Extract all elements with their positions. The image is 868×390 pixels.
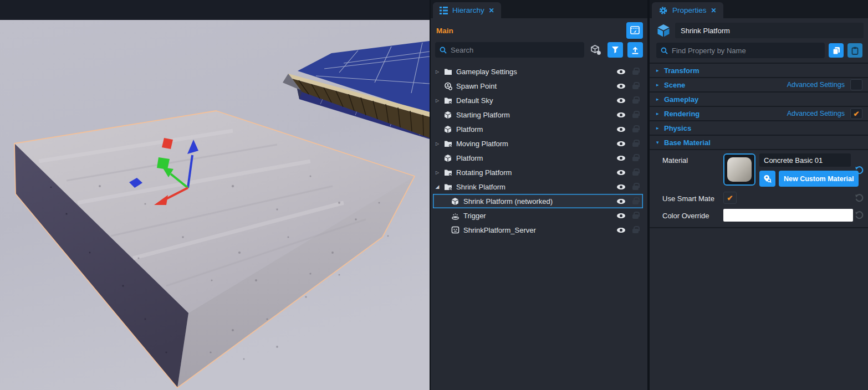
expand-arrow-icon[interactable]: ▷ <box>433 69 442 74</box>
section-gameplay[interactable]: ▸ Gameplay <box>650 91 868 106</box>
use-smart-mate-label: Use Smart Mate <box>662 192 723 203</box>
reset-material-icon[interactable] <box>855 166 864 175</box>
eye-icon[interactable] <box>617 98 625 103</box>
expand-arrow-icon[interactable]: ▷ <box>433 98 442 103</box>
pin-magnifier-icon <box>763 175 772 183</box>
lock-icon[interactable] <box>632 212 640 219</box>
eye-icon[interactable] <box>617 127 625 132</box>
tree-item-label: Shrink Platform <box>454 183 617 191</box>
material-thumbnail[interactable] <box>723 153 755 186</box>
tree-item-label: Spawn Point <box>454 82 617 90</box>
tree-row[interactable]: Platform <box>433 122 643 136</box>
reset-smart-mate-icon[interactable] <box>855 193 864 203</box>
property-search[interactable] <box>656 43 825 58</box>
section-transform[interactable]: ▸ Transform <box>650 63 868 77</box>
tree-row[interactable]: ▷ Default Sky <box>433 93 643 107</box>
reset-color-override-icon[interactable] <box>855 211 864 220</box>
advanced-settings-label: Advanced Settings <box>787 110 845 117</box>
lock-icon[interactable] <box>632 183 640 191</box>
section-arrow-icon: ▸ <box>656 96 664 102</box>
tree-row[interactable]: Platform <box>433 151 643 165</box>
folder-asset-icon <box>442 169 454 176</box>
section-physics[interactable]: ▸ Physics <box>650 120 868 135</box>
collapse-arrow-icon[interactable]: ◢ <box>433 184 442 189</box>
lock-icon[interactable] <box>632 168 640 176</box>
export-button[interactable] <box>627 42 643 58</box>
tree-row[interactable]: ▷ Gameplay Settings <box>433 64 643 79</box>
use-smart-mate-row: Use Smart Mate ✔ <box>650 192 868 204</box>
filter-button[interactable] <box>607 42 623 58</box>
scene-canvas[interactable] <box>0 20 430 390</box>
hierarchy-search-input[interactable] <box>451 46 580 54</box>
copy-properties-button[interactable] <box>829 43 844 58</box>
eye-icon[interactable] <box>617 156 625 161</box>
tree-row[interactable]: Spawn Point <box>433 79 643 93</box>
clipboard-icon <box>851 47 859 55</box>
expand-arrow-icon[interactable]: ▷ <box>433 141 442 146</box>
use-smart-mate-checkbox[interactable]: ✔ <box>723 192 737 204</box>
color-override-swatch[interactable] <box>723 209 853 222</box>
eye-icon[interactable] <box>617 213 625 218</box>
lock-icon[interactable] <box>632 197 640 205</box>
color-override-row: Color Override <box>650 209 868 222</box>
eye-icon[interactable] <box>617 112 625 117</box>
entity-name-input[interactable] <box>675 23 864 38</box>
spawn-point-icon <box>442 82 454 90</box>
tab-hierarchy[interactable]: Hierarchy ✕ <box>433 2 501 18</box>
eye-icon[interactable] <box>617 199 625 204</box>
base-material-content: Material Concrete Basic 01 <box>650 149 868 228</box>
script-icon <box>449 226 461 234</box>
tree-row[interactable]: ShrinkPlatform_Server <box>433 223 643 237</box>
section-arrow-icon: ▾ <box>656 140 664 145</box>
locate-material-button[interactable] <box>759 171 775 187</box>
eye-icon[interactable] <box>617 170 625 175</box>
expand-arrow-icon[interactable]: ▷ <box>433 170 442 175</box>
advanced-settings-checkbox[interactable] <box>850 79 862 90</box>
material-name-field[interactable]: Concrete Basic 01 <box>759 153 851 167</box>
new-custom-material-button[interactable]: New Custom Material <box>779 171 859 187</box>
eye-icon[interactable] <box>617 69 625 74</box>
lock-icon[interactable] <box>632 140 640 147</box>
section-scene[interactable]: ▸ Scene Advanced Settings <box>650 77 868 91</box>
copy-icon <box>833 47 840 55</box>
lock-icon[interactable] <box>632 125 640 133</box>
tree-row-selected[interactable]: Shrink Platform (networked) <box>433 194 643 208</box>
close-icon[interactable]: ✕ <box>711 7 717 14</box>
viewport-3d[interactable] <box>0 0 430 390</box>
material-label: Material <box>662 153 723 165</box>
entity-cube-icon <box>656 23 671 38</box>
tree-row[interactable]: Trigger <box>433 208 643 223</box>
section-base-material[interactable]: ▾ Base Material <box>650 135 868 149</box>
lock-icon[interactable] <box>632 96 640 104</box>
tab-properties[interactable]: Properties ✕ <box>652 2 723 18</box>
properties-tab-bar: Properties ✕ <box>650 0 868 18</box>
eye-icon[interactable] <box>617 228 625 233</box>
paste-properties-button[interactable] <box>847 43 862 58</box>
asset-display-toggle[interactable] <box>589 45 603 55</box>
property-search-input[interactable] <box>672 47 820 55</box>
simulation-view-button[interactable] <box>626 22 643 39</box>
lock-icon[interactable] <box>632 82 640 90</box>
lock-icon[interactable] <box>632 111 640 119</box>
tree-row[interactable]: ▷ Moving Platform <box>433 136 643 151</box>
hierarchy-search[interactable] <box>435 42 584 58</box>
cube-icon <box>442 111 454 119</box>
eye-icon[interactable] <box>617 141 625 146</box>
tree-item-label: Gameplay Settings <box>454 68 617 76</box>
close-icon[interactable]: ✕ <box>489 7 494 14</box>
tree-row[interactable]: ◢ Shrink Platform <box>433 179 643 194</box>
tree-row[interactable]: Starting Platform <box>433 107 643 122</box>
eye-icon[interactable] <box>617 184 625 189</box>
folder-asset-icon <box>442 140 454 147</box>
eye-icon[interactable] <box>617 84 625 89</box>
lock-icon[interactable] <box>632 68 640 75</box>
cube-icon <box>442 125 454 134</box>
cube-icon <box>442 154 454 162</box>
advanced-settings-checkbox-checked[interactable]: ✔ <box>850 108 862 119</box>
search-icon <box>661 47 668 54</box>
lock-icon[interactable] <box>632 154 640 162</box>
scene-name-label: Main <box>436 27 453 35</box>
lock-icon[interactable] <box>632 226 640 234</box>
tree-row[interactable]: ▷ Rotating Platform <box>433 165 643 179</box>
section-rendering[interactable]: ▸ Rendering Advanced Settings ✔ <box>650 106 868 120</box>
